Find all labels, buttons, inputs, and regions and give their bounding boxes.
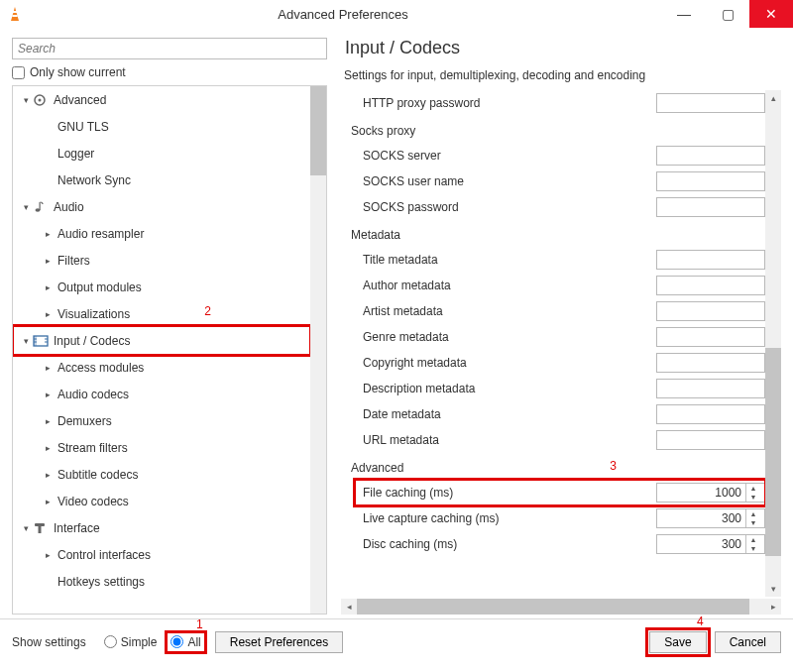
tree-item-gnutls[interactable]: GNU TLS bbox=[13, 113, 310, 140]
expander-icon[interactable]: ▸ bbox=[41, 470, 55, 480]
tree-item-interface[interactable]: ▾Interface bbox=[13, 514, 310, 541]
tree-item-networksync[interactable]: Network Sync bbox=[13, 167, 310, 193]
spinner-buttons[interactable]: ▲▼ bbox=[745, 484, 760, 502]
scroll-up-icon[interactable]: ▴ bbox=[765, 90, 781, 106]
text-input[interactable] bbox=[656, 171, 765, 191]
tree-item-demuxers[interactable]: ▸Demuxers bbox=[13, 407, 310, 434]
expander-icon[interactable]: ▸ bbox=[41, 282, 55, 292]
svg-point-4 bbox=[39, 98, 42, 101]
text-input[interactable] bbox=[656, 327, 765, 347]
expander-icon[interactable]: ▸ bbox=[41, 390, 55, 399]
field-label: HTTP proxy password bbox=[363, 96, 656, 110]
search-input[interactable] bbox=[12, 38, 327, 59]
scroll-down-icon[interactable]: ▾ bbox=[765, 581, 781, 597]
expander-icon[interactable]: ▸ bbox=[41, 363, 55, 373]
text-input[interactable] bbox=[656, 250, 765, 270]
page-heading: Input / Codecs bbox=[345, 38, 781, 58]
expander-icon[interactable]: ▸ bbox=[41, 256, 55, 266]
settings-scroll[interactable]: HTTP proxy passwordSocks proxySOCKS serv… bbox=[341, 90, 765, 597]
spinner-buttons[interactable]: ▲▼ bbox=[745, 509, 760, 527]
tree-item-hotkeys[interactable]: Hotkeys settings bbox=[13, 568, 310, 595]
number-spinner[interactable]: 300▲▼ bbox=[656, 534, 765, 554]
number-spinner[interactable]: 300▲▼ bbox=[656, 508, 765, 528]
expander-icon[interactable]: ▾ bbox=[19, 95, 33, 105]
settings-scrollbar[interactable]: ▴ ▾ bbox=[765, 90, 781, 597]
expander-icon[interactable]: ▸ bbox=[41, 309, 55, 319]
field-label: SOCKS password bbox=[363, 200, 656, 214]
spin-down-icon[interactable]: ▼ bbox=[746, 544, 760, 553]
tree-item-label: Audio resampler bbox=[55, 227, 144, 241]
tree-item-label: Audio bbox=[51, 200, 84, 214]
tree-item-filters[interactable]: ▸Filters bbox=[13, 247, 310, 274]
field-label: Description metadata bbox=[363, 382, 656, 395]
tree-item-audio[interactable]: ▾Audio bbox=[13, 193, 310, 220]
text-input[interactable] bbox=[656, 197, 765, 217]
cancel-button[interactable]: Cancel bbox=[715, 631, 781, 653]
tree-item-label: Input / Codecs bbox=[51, 334, 130, 348]
simple-radio-input[interactable] bbox=[104, 635, 117, 648]
scroll-right-icon[interactable]: ▸ bbox=[765, 602, 781, 612]
expander-icon[interactable]: ▸ bbox=[41, 229, 55, 239]
text-input[interactable] bbox=[656, 93, 765, 113]
tree-item-subcodecs[interactable]: ▸Subtitle codecs bbox=[13, 461, 310, 488]
settings-h-scrollbar[interactable]: ◂ ▸ bbox=[341, 599, 781, 615]
text-input[interactable] bbox=[656, 404, 765, 424]
vlc-cone-icon bbox=[6, 5, 24, 23]
h-scroll-track[interactable] bbox=[357, 599, 765, 615]
tree-item-visual[interactable]: ▸Visualizations2 bbox=[13, 300, 310, 327]
save-button[interactable]: Save4 bbox=[649, 631, 706, 653]
reset-preferences-button[interactable]: Reset Preferences bbox=[215, 631, 343, 653]
expander-icon[interactable]: ▾ bbox=[19, 202, 33, 212]
tree-item-vidcodecs[interactable]: ▸Video codecs bbox=[13, 488, 310, 514]
tree-item-audiocodecs[interactable]: ▸Audio codecs bbox=[13, 381, 310, 407]
tree-item-advanced[interactable]: ▾Advanced bbox=[13, 86, 310, 113]
only-show-current-checkbox[interactable]: Only show current bbox=[12, 65, 327, 79]
show-settings-label: Show settings bbox=[12, 635, 86, 649]
text-input[interactable] bbox=[656, 353, 765, 373]
tree-item-audiores[interactable]: ▸Audio resampler bbox=[13, 220, 310, 247]
h-scroll-thumb[interactable] bbox=[357, 599, 749, 615]
close-button[interactable]: ✕ bbox=[749, 0, 793, 28]
expander-icon[interactable]: ▸ bbox=[41, 416, 55, 426]
expander-icon[interactable]: ▸ bbox=[41, 550, 55, 560]
annotation-number-4: 4 bbox=[697, 615, 704, 628]
simple-radio[interactable]: Simple bbox=[104, 635, 158, 649]
expander-icon[interactable]: ▾ bbox=[19, 523, 33, 533]
tree-item-label: Access modules bbox=[55, 361, 144, 375]
tree-item-logger[interactable]: Logger bbox=[13, 140, 310, 167]
spin-up-icon[interactable]: ▲ bbox=[746, 509, 760, 518]
scroll-left-icon[interactable]: ◂ bbox=[341, 602, 357, 612]
tree-item-outputmod[interactable]: ▸Output modules bbox=[13, 274, 310, 300]
all-radio-input[interactable] bbox=[170, 635, 183, 648]
text-input[interactable] bbox=[656, 301, 765, 321]
tree-item-ctrlif[interactable]: ▸Control interfaces bbox=[13, 541, 310, 568]
field-label: Artist metadata bbox=[363, 304, 656, 318]
tree-scroll[interactable]: ▾AdvancedGNU TLSLoggerNetwork Sync▾Audio… bbox=[13, 86, 310, 614]
spin-down-icon[interactable]: ▼ bbox=[746, 518, 760, 527]
text-input[interactable] bbox=[656, 276, 765, 295]
number-spinner[interactable]: 1000▲▼ bbox=[656, 483, 765, 503]
show-settings-group: Show settings Simple All 1 Reset Prefere… bbox=[12, 631, 343, 653]
spinner-buttons[interactable]: ▲▼ bbox=[745, 535, 760, 553]
expander-icon[interactable]: ▸ bbox=[41, 497, 55, 506]
only-show-current-box[interactable] bbox=[12, 66, 25, 79]
text-input[interactable] bbox=[656, 379, 765, 398]
all-radio[interactable]: All 1 bbox=[170, 635, 200, 649]
expander-icon[interactable]: ▸ bbox=[41, 443, 55, 453]
spin-down-icon[interactable]: ▼ bbox=[746, 493, 760, 502]
settings-scrollbar-thumb[interactable] bbox=[765, 348, 781, 556]
text-input[interactable] bbox=[656, 146, 765, 166]
spin-up-icon[interactable]: ▲ bbox=[746, 535, 760, 544]
window-controls: — ▢ ✕ bbox=[662, 0, 793, 28]
maximize-button[interactable]: ▢ bbox=[706, 0, 749, 28]
tree-item-accessmod[interactable]: ▸Access modules bbox=[13, 354, 310, 381]
tree-scrollbar-thumb[interactable] bbox=[310, 86, 326, 175]
text-input[interactable] bbox=[656, 430, 765, 450]
expander-icon[interactable]: ▾ bbox=[19, 336, 33, 346]
minimize-button[interactable]: — bbox=[662, 0, 706, 28]
tree-item-label: Demuxers bbox=[55, 414, 112, 428]
tree-scrollbar[interactable] bbox=[310, 86, 326, 614]
spin-up-icon[interactable]: ▲ bbox=[746, 484, 760, 493]
tree-item-inputcodecs[interactable]: ▾Input / Codecs bbox=[13, 327, 310, 354]
tree-item-streamfilt[interactable]: ▸Stream filters bbox=[13, 434, 310, 461]
